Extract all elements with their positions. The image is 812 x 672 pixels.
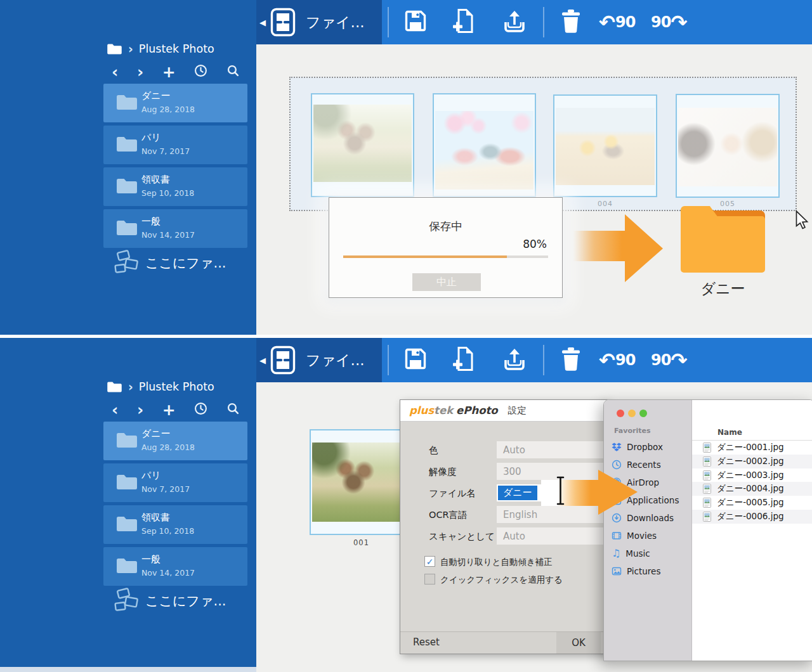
finder-item-music[interactable]: ♫Music: [612, 545, 689, 562]
search-icon[interactable]: [226, 402, 240, 418]
auto-crop-label: 自動切り取りと自動傾き補正: [440, 557, 553, 568]
toolbar-separator: [388, 345, 389, 375]
add-folder-icon[interactable]: +: [162, 402, 176, 418]
file-row[interactable]: ダニー-0003.jpg: [692, 468, 812, 482]
add-folder-icon[interactable]: +: [162, 64, 176, 80]
file-dropzone[interactable]: ここにファ...: [113, 250, 226, 276]
sidebar-folder-receipts[interactable]: 領収書 Sep 10, 2018: [103, 167, 247, 206]
sidebar-folder-danny[interactable]: ダニー Aug 28, 2018: [103, 422, 247, 460]
tab-file[interactable]: ◀ ファイ...: [256, 338, 382, 382]
export-button[interactable]: [502, 347, 527, 373]
add-file-button[interactable]: [452, 346, 476, 374]
file-dropzone[interactable]: ここにファ...: [113, 588, 226, 614]
add-file-button[interactable]: [452, 8, 476, 36]
dropbox-icon: [612, 442, 622, 452]
recents-icon: [612, 460, 622, 470]
history-icon[interactable]: [194, 402, 207, 418]
sidebar-folder-general[interactable]: 一般 Nov 14, 2017: [103, 209, 247, 248]
folder-name: 領収書: [141, 512, 170, 524]
delete-button[interactable]: [560, 346, 582, 374]
rotate-right-icon: ↷: [671, 351, 687, 370]
collapse-arrow-icon[interactable]: ◀: [259, 18, 266, 27]
file-row[interactable]: ダニー-0006.jpg: [692, 510, 812, 524]
progress-fill: [343, 255, 507, 258]
jpg-file-icon: [703, 512, 711, 522]
trash-icon: [560, 346, 582, 372]
search-icon[interactable]: [226, 64, 240, 80]
breadcrumb-separator: ›: [128, 42, 133, 56]
sidebar-folder-general[interactable]: 一般 Nov 14, 2017: [103, 547, 247, 586]
pictures-icon: [612, 566, 622, 576]
save-button[interactable]: [403, 9, 428, 36]
folder-name: 一般: [141, 216, 160, 228]
breadcrumb[interactable]: › Plustek Photo: [107, 42, 214, 56]
back-icon[interactable]: ‹: [112, 402, 118, 418]
breadcrumb[interactable]: › Plustek Photo: [107, 380, 214, 394]
plustek-ephoto-logo: plustekePhoto: [409, 404, 498, 417]
finder-item-movies[interactable]: Movies: [612, 527, 689, 544]
photo-thumbnail[interactable]: [433, 93, 536, 197]
sidebar-folder-paris[interactable]: パリ Nov 7, 2017: [103, 463, 247, 502]
file-row[interactable]: ダニー-0002.jpg: [692, 455, 812, 468]
reset-button[interactable]: Reset: [413, 636, 440, 648]
color-label: 色: [429, 444, 438, 456]
sidebar-folder-receipts[interactable]: 領収書 Sep 10, 2018: [103, 505, 247, 544]
sidebar-folder-paris[interactable]: パリ Nov 7, 2017: [103, 126, 247, 164]
file-row[interactable]: ダニー-0004.jpg: [692, 482, 812, 496]
forward-icon[interactable]: ›: [137, 64, 143, 80]
music-icon: ♫: [612, 548, 620, 559]
color-select[interactable]: Auto: [497, 441, 606, 458]
rotate-left-icon: ↶: [599, 351, 615, 370]
toolbar-separator: [543, 7, 544, 37]
toolbar-separator: [543, 345, 544, 375]
file-row[interactable]: ダニー-0005.jpg: [692, 496, 812, 510]
zoom-window-button[interactable]: [639, 410, 647, 417]
layout-icon: [270, 8, 296, 37]
rotate-right-button[interactable]: 90↷: [651, 0, 687, 44]
trash-icon: [560, 8, 582, 34]
tab-file[interactable]: ◀ ファイ...: [256, 0, 382, 44]
file-row[interactable]: ダニー-0001.jpg: [692, 441, 812, 455]
photo-thumbnail[interactable]: [311, 93, 414, 197]
quick-fix-label: クイックフィックスを適用する: [440, 574, 563, 586]
sidebar-folder-danny[interactable]: ダニー Aug 28, 2018: [103, 84, 247, 122]
finder-item-dropbox[interactable]: Dropbox: [612, 439, 689, 455]
auto-crop-checkbox[interactable]: ✓: [424, 556, 435, 567]
finder-item-pictures[interactable]: Pictures: [612, 563, 689, 579]
add-file-icon: [452, 346, 476, 372]
ocr-language-select[interactable]: English: [497, 506, 606, 523]
save-button[interactable]: [403, 347, 428, 373]
photo-thumbnail[interactable]: [553, 94, 657, 197]
resolution-select[interactable]: 300: [497, 463, 606, 480]
rotate-left-button[interactable]: ↶90: [599, 0, 635, 44]
sidebar-nav: ‹ › +: [112, 62, 240, 81]
close-window-button[interactable]: [617, 410, 624, 417]
folder-icon: [116, 178, 138, 195]
photo-thumbnail[interactable]: [676, 94, 780, 198]
cancel-button[interactable]: 中止: [412, 273, 481, 291]
quick-fix-checkbox[interactable]: [424, 574, 435, 585]
minimize-window-button[interactable]: [628, 410, 636, 417]
finder-sidebar: Favorites Dropbox Recents AirDrop Applic…: [604, 400, 692, 661]
forward-icon[interactable]: ›: [137, 402, 143, 418]
folder-name: ダニー: [141, 90, 171, 102]
name-column-header[interactable]: Name: [717, 428, 742, 437]
folder-date: Aug 28, 2018: [141, 105, 195, 114]
save-icon: [403, 347, 428, 371]
ok-button[interactable]: OK: [556, 632, 601, 654]
folder-name: 一般: [141, 553, 160, 565]
history-icon[interactable]: [194, 64, 207, 80]
export-arrow-head: [625, 214, 663, 282]
destination-folder-label: ダニー: [681, 279, 765, 299]
export-arrow-body: [541, 480, 599, 506]
rotate-right-button[interactable]: 90↷: [651, 338, 687, 382]
breadcrumb-root[interactable]: Plustek Photo: [139, 380, 214, 393]
back-icon[interactable]: ‹: [112, 64, 118, 80]
photo-thumbnail[interactable]: [310, 429, 413, 535]
rotate-left-button[interactable]: ↶90: [599, 338, 635, 382]
breadcrumb-root[interactable]: Plustek Photo: [139, 42, 214, 55]
collapse-arrow-icon[interactable]: ◀: [259, 356, 266, 365]
scan-as-select[interactable]: Auto: [497, 527, 606, 545]
delete-button[interactable]: [560, 8, 582, 36]
export-button[interactable]: [502, 9, 527, 36]
